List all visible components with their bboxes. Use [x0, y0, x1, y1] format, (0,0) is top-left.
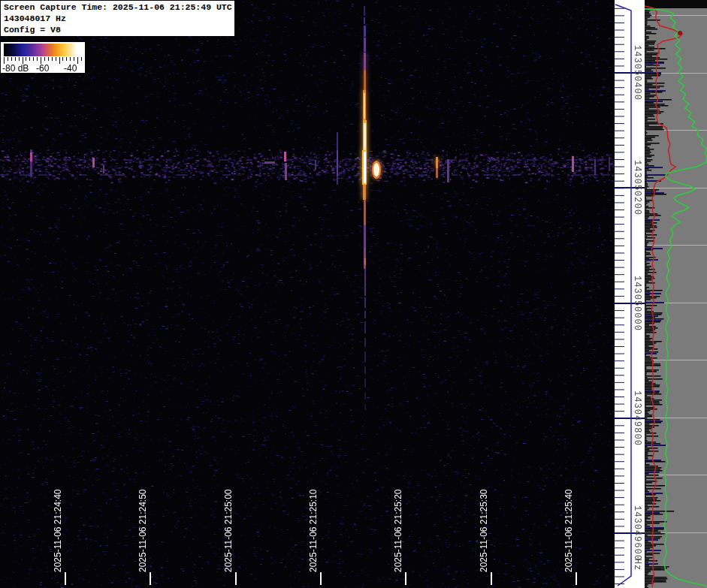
colorbar-tick: [66, 57, 67, 61]
colorbar-tick: [33, 57, 34, 61]
colorbar-tick: [48, 57, 49, 61]
time-tick-mark: [491, 572, 492, 585]
colorbar-label: -80 dB: [2, 63, 29, 74]
colorbar-tick: [8, 57, 8, 61]
colorbar-label: -60: [36, 63, 49, 74]
capture-info-box: Screen Capture Time: 2025-11-06 21:25:49…: [1, 1, 234, 36]
time-tick-mark: [65, 572, 66, 585]
colorbar-tick: [29, 57, 30, 61]
colorbar-tick: [37, 57, 38, 61]
frequency-tick-label: 143050000: [632, 276, 642, 331]
time-tick-mark: [150, 572, 151, 585]
colorbar-tick: [70, 57, 71, 61]
frequency-tick-label: Hz: [632, 559, 642, 571]
colorbar-tick: [26, 57, 26, 61]
time-tick-label: 2025-11-06 21:25:10: [308, 489, 319, 572]
spectrogram-waterfall: [0, 0, 615, 588]
config-text: Config = V8: [4, 24, 231, 35]
time-tick-label: 2025-11-06 21:25:30: [479, 489, 489, 572]
colorbar-tick: [62, 57, 63, 61]
time-tick-label: 2025-11-06 21:25:20: [393, 489, 403, 572]
time-tick-mark: [320, 572, 322, 585]
colorbar-tick: [19, 57, 20, 61]
frequency-tick-label: 143049600: [632, 505, 642, 561]
time-tick-label: 2025-11-06 21:24:40: [53, 489, 63, 572]
time-tick-mark: [235, 572, 237, 585]
colorbar-tick: [15, 57, 16, 61]
spectrum-side-panel: [645, 0, 707, 588]
colorbar-label: -40: [64, 63, 77, 74]
frequency-axis: 1430504001430502001430500001430498001430…: [615, 0, 645, 588]
time-tick-label: 2025-11-06 21:25:00: [223, 489, 234, 572]
colorbar-tick: [44, 57, 45, 61]
capture-time-text: Screen Capture Time: 2025-11-06 21:25:49…: [4, 2, 231, 13]
colorbar-tick: [52, 57, 53, 61]
frequency-tick-label: 143050400: [632, 45, 642, 101]
colorbar-labels: -80 dB-60-40: [1, 63, 85, 73]
frequency-tick-label: 143049800: [632, 390, 642, 446]
colorbar-tick: [81, 57, 82, 61]
time-tick-mark: [405, 572, 406, 585]
colorbar-legend: -80 dB-60-40: [1, 42, 85, 73]
colorbar-tick: [74, 57, 74, 61]
time-tick-mark: [576, 572, 577, 585]
time-tick-label: 2025-11-06 21:25:40: [563, 489, 574, 572]
time-tick-label: 2025-11-06 21:24:50: [137, 489, 148, 572]
screen-capture-root: 1430504001430502001430500001430498001430…: [0, 0, 707, 588]
frequency-tick-label: 143050200: [632, 160, 642, 216]
colorbar-tick: [56, 57, 56, 61]
colorbar-gradient: [4, 44, 82, 56]
colorbar-tick: [11, 57, 12, 61]
center-frequency-text: 143048017 Hz: [4, 13, 231, 24]
